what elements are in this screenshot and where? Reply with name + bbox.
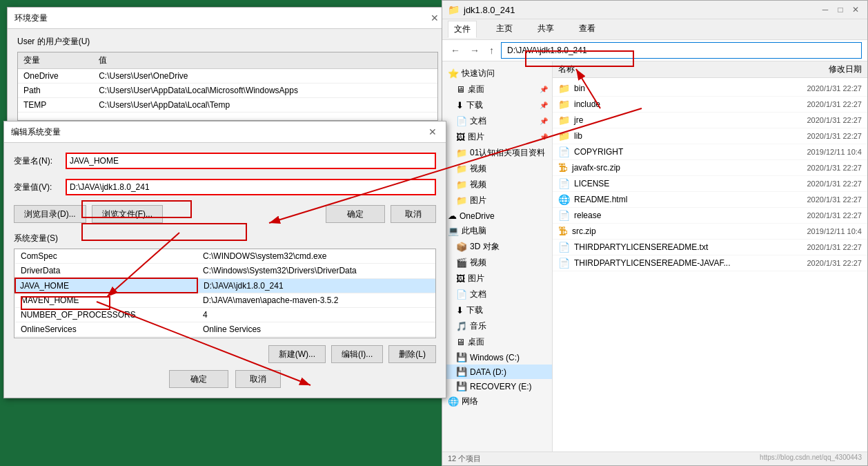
var-name-input[interactable] xyxy=(66,153,436,169)
sysvar-row[interactable]: OSWindows_NT xyxy=(15,337,435,339)
explorer-maximize-btn[interactable]: □ xyxy=(834,3,847,16)
file-row[interactable]: 🌐README.html2020/1/31 22:27 xyxy=(553,192,867,208)
dialog-ok-btn[interactable]: 确定 xyxy=(169,370,228,388)
dialog-cancel-btn[interactable]: 取消 xyxy=(235,370,281,388)
var-name-cell: Path xyxy=(18,84,93,98)
nav-item[interactable]: 🌐网络 xyxy=(442,394,552,409)
file-explorer: 📁 jdk1.8.0_241 ─ □ ✕ 文件 主页 共享 查看 ← → ↑ ⭐… xyxy=(442,0,868,466)
file-icon: 📄 xyxy=(558,242,570,253)
edit-cancel-btn[interactable]: 取消 xyxy=(391,205,436,223)
sysvar-new-btn[interactable]: 新建(W)... xyxy=(268,345,326,363)
nav-item[interactable]: 📁视频 xyxy=(442,177,552,193)
sysvar-row[interactable]: JAVA_HOMED:\JAVA\jdk1.8.0_241 xyxy=(15,278,435,293)
file-icon: 📁 xyxy=(558,83,570,94)
nav-item[interactable]: ☁OneDrive xyxy=(442,208,552,223)
nav-item[interactable]: 💾Windows (C:) xyxy=(442,350,552,365)
file-date: 2020/1/31 22:27 xyxy=(766,132,862,140)
edit-dialog-titlebar: 编辑系统变量 ✕ xyxy=(4,122,446,143)
file-row[interactable]: 📁lib2020/1/31 22:27 xyxy=(553,128,867,144)
nav-label: 此电脑 xyxy=(462,225,486,237)
nav-item[interactable]: 🎵音乐 xyxy=(442,318,552,334)
explorer-close-btn[interactable]: ✕ xyxy=(849,3,862,16)
nav-up-btn[interactable]: ↑ xyxy=(486,43,497,57)
ribbon-tab-view[interactable]: 查看 xyxy=(573,21,601,38)
file-row[interactable]: 📄release2020/1/31 22:27 xyxy=(553,208,867,224)
file-col-date-header[interactable]: 修改日期 xyxy=(760,64,862,75)
file-name: README.html xyxy=(574,195,766,204)
sysvar-container[interactable]: ComSpecC:\WINDOWS\system32\cmd.exeDriver… xyxy=(14,249,436,338)
folder-icon: 📁 xyxy=(448,4,460,15)
nav-item[interactable]: 🖥桌面📌 xyxy=(442,81,552,97)
nav-label: 网络 xyxy=(462,396,478,407)
file-row[interactable]: 📁include2020/1/31 22:27 xyxy=(553,97,867,113)
nav-item[interactable]: ⬇下载 xyxy=(442,302,552,318)
file-date: 2020/1/31 22:27 xyxy=(766,100,862,108)
edit-dialog-close[interactable]: ✕ xyxy=(426,126,439,138)
file-date: 2019/12/11 10:4 xyxy=(765,227,862,235)
nav-item[interactable]: 🖼图片📌 xyxy=(442,129,552,145)
file-list[interactable]: 📁bin2020/1/31 22:27📁include2020/1/31 22:… xyxy=(553,78,867,452)
sysvar-delete-btn[interactable]: 删除(L) xyxy=(388,345,436,363)
var-value-input[interactable] xyxy=(66,179,436,195)
file-row[interactable]: 📄COPYRIGHT2019/12/11 10:4 xyxy=(553,144,867,160)
sysvar-edit-btn[interactable]: 编辑(I)... xyxy=(331,345,383,363)
nav-item[interactable]: 📁图片 xyxy=(442,193,552,208)
user-vars-table: 变量 值 OneDriveC:\Users\User\OneDrivePathC… xyxy=(18,52,437,113)
nav-item[interactable]: ⬇下载📌 xyxy=(442,97,552,113)
sysvar-row[interactable]: DriverDataC:\Windows\System32\Drivers\Dr… xyxy=(15,264,435,279)
nav-item[interactable]: 📄文档📌 xyxy=(442,113,552,129)
nav-item[interactable]: ⭐快速访问 xyxy=(442,66,552,81)
nav-item[interactable]: 📦3D 对象 xyxy=(442,239,552,255)
nav-item[interactable]: 📄文档 xyxy=(442,287,552,302)
edit-ok-btn[interactable]: 确定 xyxy=(326,205,385,223)
address-input[interactable] xyxy=(501,42,862,59)
file-row[interactable]: 🗜javafx-src.zip2020/1/31 22:27 xyxy=(553,160,867,176)
ribbon-tab-share[interactable]: 共享 xyxy=(532,21,560,38)
browse-dir-btn[interactable]: 浏览目录(D)... xyxy=(14,205,86,223)
file-col-name-header[interactable]: 名称 xyxy=(558,64,760,75)
nav-item[interactable]: 🖼图片 xyxy=(442,271,552,287)
nav-item[interactable]: 🖥桌面 xyxy=(442,334,552,350)
file-row[interactable]: 🗜src.zip2019/12/11 10:4 xyxy=(553,224,867,240)
file-row[interactable]: 📄THIRDPARTYLICENSEREADME-JAVAF...2020/1/… xyxy=(553,255,867,271)
sysvar-row[interactable]: OnlineServicesOnline Services xyxy=(15,322,435,337)
nav-item[interactable]: 📁视频 xyxy=(442,161,552,177)
edit-dialog: 编辑系统变量 ✕ 变量名(N): 变量值(V): 浏览目录(D)... 浏览文件… xyxy=(3,121,446,398)
nav-back-btn[interactable]: ← xyxy=(448,43,463,57)
sysvar-row[interactable]: MAVEN_HOMED:\JAVA\maven\apache-maven-3.5… xyxy=(15,293,435,308)
nav-item[interactable]: 💻此电脑 xyxy=(442,223,552,239)
file-row[interactable]: 📄THIRDPARTYLICENSEREADME.txt2020/1/31 22… xyxy=(553,240,867,255)
nav-forward-btn[interactable]: → xyxy=(467,43,482,57)
sysvar-row[interactable]: ComSpecC:\WINDOWS\system32\cmd.exe xyxy=(15,249,435,264)
file-icon: 📁 xyxy=(558,99,570,110)
nav-label: 桌面 xyxy=(468,336,484,348)
user-var-row[interactable]: TEMPC:\Users\User\AppData\Local\Temp xyxy=(18,98,437,113)
sysvar-val-cell: C:\WINDOWS\system32\cmd.exe xyxy=(197,249,435,264)
nav-item[interactable]: 📁01认知相关项目资料 xyxy=(442,145,552,161)
browse-file-btn[interactable]: 浏览文件(F)... xyxy=(92,205,163,223)
file-name: include xyxy=(574,99,766,109)
user-var-row[interactable]: OneDriveC:\Users\User\OneDrive xyxy=(18,69,437,84)
file-date: 2020/1/31 22:27 xyxy=(766,243,862,251)
nav-label: 文档 xyxy=(470,289,486,300)
nav-item[interactable]: 💾RECOVERY (E:) xyxy=(442,379,552,394)
var-name-row: 变量名(N): xyxy=(14,153,436,169)
ribbon-tab-home[interactable]: 主页 xyxy=(491,21,518,38)
file-name: release xyxy=(574,211,766,220)
user-vars-label: User 的用户变量(U) xyxy=(17,36,438,48)
nav-item[interactable]: 🎬视频 xyxy=(442,255,552,271)
var-val-cell: C:\Users\User\AppData\Local\Microsoft\Wi… xyxy=(93,84,437,98)
file-row[interactable]: 📁bin2020/1/31 22:27 xyxy=(553,81,867,97)
sysvar-val-cell: Windows_NT xyxy=(197,337,435,339)
user-var-row[interactable]: PathC:\Users\User\AppData\Local\Microsof… xyxy=(18,84,437,98)
file-date: 2020/1/31 22:27 xyxy=(765,164,862,172)
nav-tree[interactable]: ⭐快速访问🖥桌面📌⬇下载📌📄文档📌🖼图片📌📁01认知相关项目资料📁视频📁视频📁图… xyxy=(442,61,553,452)
sysvar-row[interactable]: NUMBER_OF_PROCESSORS4 xyxy=(15,308,435,322)
file-row[interactable]: 📄LICENSE2020/1/31 22:27 xyxy=(553,176,867,192)
explorer-minimize-btn[interactable]: ─ xyxy=(819,3,831,16)
file-row[interactable]: 📁jre2020/1/31 22:27 xyxy=(553,113,867,128)
ribbon-tab-file[interactable]: 文件 xyxy=(448,21,477,38)
env-dialog-close[interactable]: ✕ xyxy=(428,12,441,24)
nav-item[interactable]: 💾DATA (D:) xyxy=(442,365,552,379)
sysvar-val-cell: Online Services xyxy=(197,322,435,337)
